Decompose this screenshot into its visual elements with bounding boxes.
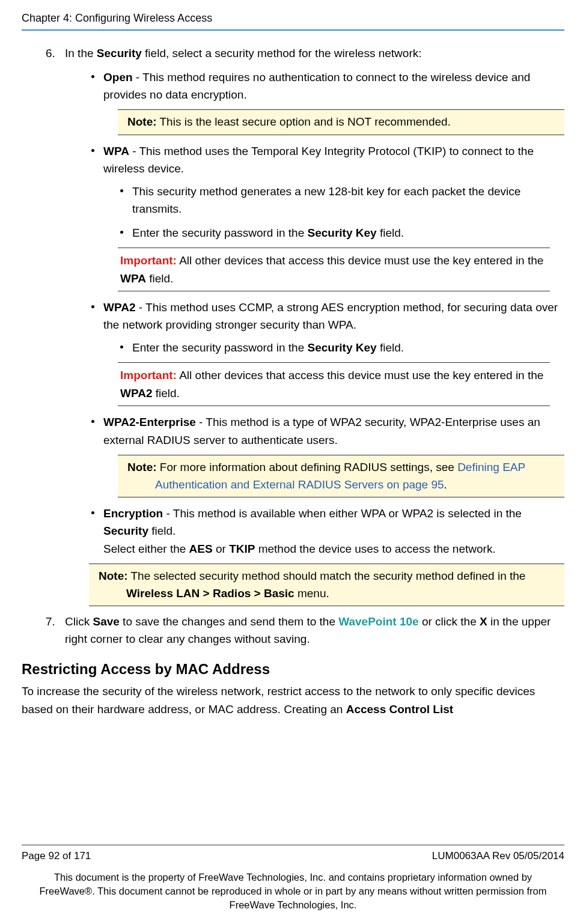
- value-aes: AES: [189, 543, 213, 555]
- product-name: WavePoint 10e: [338, 615, 418, 628]
- field-name: Security Key: [307, 341, 376, 354]
- option-desc: - This method uses the Temporal Key Inte…: [103, 145, 534, 175]
- option-desc: - This method requires no authentication…: [103, 71, 530, 101]
- step-6-intro: In the Security field, select a security…: [65, 47, 422, 59]
- field-name: Security: [103, 524, 148, 537]
- text: field, select a security method for the …: [142, 47, 422, 59]
- wpa2-sub-1: Enter the security password in the Secur…: [118, 339, 564, 356]
- revision-id: LUM0063AA Rev 05/05/2014: [432, 850, 564, 862]
- note-open: Note: This is the least secure option an…: [118, 109, 564, 135]
- note-label: Note:: [127, 115, 157, 128]
- note-label: Note:: [127, 461, 157, 473]
- step-number: 6.: [46, 45, 55, 62]
- text: field.: [377, 226, 404, 239]
- field-name: WPA2: [120, 387, 152, 400]
- text: All other devices that access this devic…: [177, 254, 543, 267]
- page-footer: Page 92 of 171 LUM0063AA Rev 05/05/2014 …: [22, 845, 564, 912]
- text: method the device uses to access the net…: [255, 543, 495, 555]
- option-wpa2: WPA2 - This method uses CCMP, a strong A…: [89, 299, 564, 406]
- note-text: This is the least secure option and is N…: [157, 115, 451, 128]
- option-label: Encryption: [103, 507, 166, 520]
- field-name: Security Key: [307, 226, 376, 239]
- important-label: Important:: [120, 369, 177, 381]
- text: field.: [152, 387, 179, 400]
- field-name: WPA: [120, 272, 146, 285]
- text: field.: [377, 341, 404, 354]
- important-wpa: Important: All other devices that access…: [118, 248, 550, 291]
- text: or: [213, 543, 229, 555]
- text: field.: [148, 524, 175, 537]
- field-name: Security: [97, 47, 142, 59]
- note-security-match: Note: The selected security method shoul…: [89, 564, 564, 606]
- header-rule: [22, 29, 564, 31]
- option-label: WPA2-Enterprise: [103, 416, 196, 428]
- option-encryption: Encryption - This method is available wh…: [89, 505, 564, 558]
- option-open: Open - This method requires no authentic…: [89, 68, 564, 135]
- value-tkip: TKIP: [229, 543, 255, 555]
- note-label: Note:: [99, 570, 128, 582]
- footer-rule: [22, 845, 564, 845]
- text: Select either the: [103, 543, 189, 555]
- option-wpa2-enterprise: WPA2-Enterprise - This method is a type …: [89, 413, 564, 497]
- text: or click the: [419, 615, 480, 628]
- option-label: WPA2: [103, 301, 135, 314]
- text: In the: [65, 47, 97, 59]
- text: All other devices that access this devic…: [177, 369, 543, 381]
- text: field.: [146, 272, 173, 285]
- text: menu.: [295, 587, 329, 600]
- text: Enter the security password in the: [132, 341, 307, 354]
- button-name-close: X: [480, 615, 487, 628]
- option-wpa: WPA - This method uses the Temporal Key …: [89, 142, 564, 291]
- option-label: Open: [103, 71, 133, 84]
- text: - This method is available when either W…: [166, 507, 522, 520]
- legal-notice: This document is the property of FreeWav…: [22, 871, 564, 912]
- step-6: 6. In the Security field, select a secur…: [46, 45, 564, 606]
- section-heading-mac: Restricting Access by MAC Address: [22, 661, 564, 678]
- text: The selected security method should matc…: [128, 570, 526, 582]
- menu-path: Wireless LAN > Radios > Basic: [126, 587, 295, 600]
- step-7: 7. Click Save to save the changes and se…: [46, 613, 564, 648]
- term-acl: Access Control List: [346, 703, 453, 716]
- text: To increase the security of the wireless…: [22, 685, 535, 715]
- wpa-sub-1: This security method generates a new 128…: [118, 183, 564, 218]
- page-number: Page 92 of 171: [22, 850, 91, 862]
- important-label: Important:: [120, 254, 177, 267]
- text: to save the changes and send them to the: [120, 615, 338, 628]
- chapter-header: Chapter 4: Configuring Wireless Access: [22, 12, 564, 25]
- text: Enter the security password in the: [132, 226, 307, 239]
- option-label: WPA: [103, 145, 129, 157]
- option-desc: - This method uses CCMP, a strong AES en…: [103, 301, 558, 331]
- wpa-sub-2: Enter the security password in the Secur…: [118, 224, 564, 242]
- note-wpa2ent: Note: For more information about definin…: [118, 455, 564, 497]
- text: Click: [65, 615, 93, 628]
- text: For more information about defining RADI…: [157, 461, 458, 473]
- text: .: [444, 478, 447, 491]
- important-wpa2: Important: All other devices that access…: [118, 362, 550, 406]
- section-intro-mac: To increase the security of the wireless…: [22, 682, 564, 718]
- step-number: 7.: [46, 613, 55, 631]
- button-name-save: Save: [93, 615, 119, 628]
